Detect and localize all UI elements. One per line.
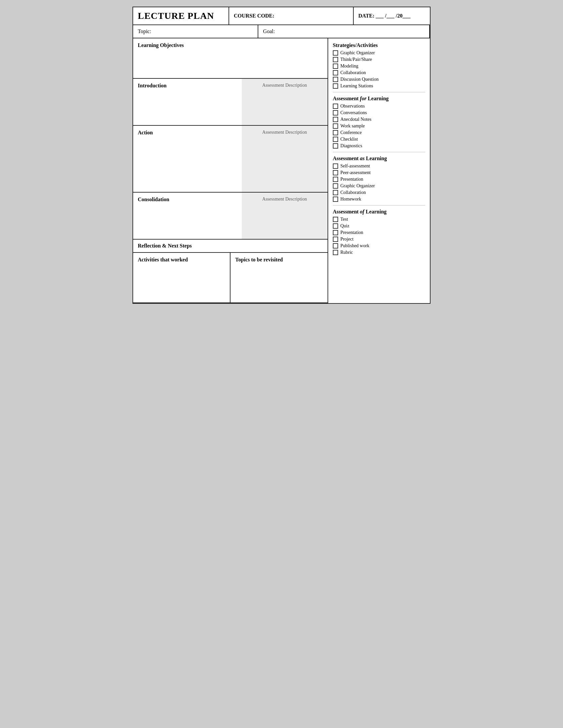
date-label: DATE: ___ /___ /20___ — [354, 7, 430, 24]
checkbox-graphic-organizer[interactable] — [333, 50, 338, 56]
checkbox-project[interactable] — [333, 237, 338, 242]
list-item: Learning Stations — [333, 83, 425, 89]
list-item: Graphic Organizer — [333, 183, 425, 189]
goal-label: Goal: — [258, 25, 430, 38]
checkbox-presentation-as[interactable] — [333, 177, 338, 182]
list-item: Conference — [333, 130, 425, 135]
topic-goal-row: Topic: Goal: — [133, 25, 430, 38]
learning-objectives-label: Learning Objectives — [133, 38, 328, 78]
list-item: Think/Pair/Share — [333, 57, 425, 62]
checkbox-think-pair-share[interactable] — [333, 57, 338, 62]
checkbox-graphic-organizer-as[interactable] — [333, 183, 338, 189]
consolidation-section: Consolidation Assessment Description — [133, 193, 328, 240]
checkbox-anecdotal-notes[interactable] — [333, 117, 338, 122]
checkbox-self-assessment[interactable] — [333, 163, 338, 169]
list-item: Presentation — [333, 230, 425, 235]
checkbox-conference[interactable] — [333, 130, 338, 135]
assessment-of-list: Test Quiz Presentation Project Published… — [333, 217, 425, 255]
list-item: Anecdotal Notes — [333, 117, 425, 122]
right-column: Strategies/Activities Graphic Organizer … — [328, 38, 430, 303]
consolidation-assessment: Assessment Description — [242, 193, 328, 239]
assessment-for-list: Observations Conversations Anecdotal Not… — [333, 104, 425, 149]
list-item: Conversations — [333, 110, 425, 115]
checkbox-collaboration-strategies[interactable] — [333, 70, 338, 75]
assessment-of-title: Assessment of Learning — [333, 209, 425, 215]
assessment-as-list: Self-assessment Peer-assessment Presenta… — [333, 163, 425, 202]
main-row: Learning Objectives Introduction Assessm… — [133, 38, 430, 303]
left-column: Learning Objectives Introduction Assessm… — [133, 38, 328, 303]
checkbox-conversations[interactable] — [333, 110, 338, 115]
divider-3 — [333, 205, 425, 205]
list-item: Graphic Organizer — [333, 50, 425, 56]
list-item: Observations — [333, 104, 425, 109]
list-item: Discussion Question — [333, 77, 425, 82]
list-item: Test — [333, 217, 425, 222]
list-item: Project — [333, 237, 425, 242]
checkbox-checklist[interactable] — [333, 137, 338, 142]
action-label: Action — [133, 126, 242, 192]
list-item: Homework — [333, 197, 425, 202]
checkbox-published-work[interactable] — [333, 243, 338, 249]
topic-label: Topic: — [133, 25, 258, 38]
checkbox-work-sample[interactable] — [333, 123, 338, 129]
action-inner: Action Assessment Description — [133, 126, 328, 192]
introduction-inner: Introduction Assessment Description — [133, 79, 328, 125]
list-item: Modeling — [333, 64, 425, 69]
strategies-title: Strategies/Activities — [333, 42, 425, 48]
list-item: Peer-assessment — [333, 170, 425, 175]
activities-row: Activities that worked Topics to be revi… — [133, 253, 328, 302]
assessment-as-title: Assessment as Learning — [333, 156, 425, 161]
checkbox-diagnostics[interactable] — [333, 143, 338, 149]
checkbox-learning-stations[interactable] — [333, 83, 338, 89]
divider-1 — [333, 92, 425, 92]
list-item: Collaboration — [333, 70, 425, 75]
introduction-assessment: Assessment Description — [242, 79, 328, 125]
list-item: Rubric — [333, 250, 425, 255]
assessment-for-title: Assessment for Learning — [333, 96, 425, 102]
checkbox-collaboration-as[interactable] — [333, 190, 338, 195]
action-assessment: Assessment Description — [242, 126, 328, 192]
checkbox-modeling[interactable] — [333, 64, 338, 69]
consolidation-inner: Consolidation Assessment Description — [133, 193, 328, 239]
list-item: Diagnostics — [333, 143, 425, 149]
reflection-section: Reflection & Next Steps Activities that … — [133, 240, 328, 303]
list-item: Presentation — [333, 177, 425, 182]
checkbox-rubric[interactable] — [333, 250, 338, 255]
page-title: LECTURE PLAN — [133, 7, 229, 24]
list-item: Self-assessment — [333, 163, 425, 169]
header-row: LECTURE PLAN COURSE CODE: DATE: ___ /___… — [133, 7, 430, 25]
activities-label: Activities that worked — [133, 253, 230, 302]
list-item: Work sample — [333, 123, 425, 129]
checkbox-observations[interactable] — [333, 104, 338, 109]
checkbox-presentation-of[interactable] — [333, 230, 338, 235]
list-item: Collaboration — [333, 190, 425, 195]
checkbox-homework[interactable] — [333, 197, 338, 202]
action-section: Action Assessment Description — [133, 126, 328, 193]
checkbox-peer-assessment[interactable] — [333, 170, 338, 175]
reflection-label: Reflection & Next Steps — [133, 240, 328, 253]
list-item: Checklist — [333, 137, 425, 142]
checkbox-quiz[interactable] — [333, 223, 338, 229]
checkbox-discussion-question[interactable] — [333, 77, 338, 82]
list-item: Quiz — [333, 223, 425, 229]
consolidation-label: Consolidation — [133, 193, 242, 239]
divider-2 — [333, 152, 425, 152]
introduction-label: Introduction — [133, 79, 242, 125]
learning-objectives-section: Learning Objectives — [133, 38, 328, 79]
course-code-label: COURSE CODE: — [229, 7, 354, 24]
strategies-list: Graphic Organizer Think/Pair/Share Model… — [333, 50, 425, 89]
list-item: Published work — [333, 243, 425, 249]
introduction-section: Introduction Assessment Description — [133, 79, 328, 126]
lecture-plan-page: LECTURE PLAN COURSE CODE: DATE: ___ /___… — [132, 7, 431, 304]
checkbox-test[interactable] — [333, 217, 338, 222]
topics-label: Topics to be revisited — [230, 253, 327, 302]
